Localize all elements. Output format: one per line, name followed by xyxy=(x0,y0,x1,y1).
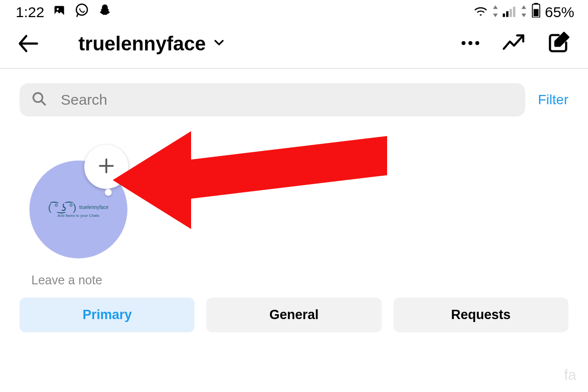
updown-icon-2 xyxy=(520,4,527,21)
gallery-icon xyxy=(53,4,66,21)
signal-icon xyxy=(503,4,516,21)
app-header: truelennyface xyxy=(0,23,588,68)
avatar-tagline: Add faces to your Chats xyxy=(57,213,99,218)
trending-icon[interactable] xyxy=(503,33,525,54)
svg-rect-5 xyxy=(510,9,512,17)
tab-general[interactable]: General xyxy=(206,298,381,332)
filter-link[interactable]: Filter xyxy=(538,92,568,108)
chevron-down-icon xyxy=(213,36,225,51)
svg-point-1 xyxy=(57,8,59,10)
compose-button[interactable] xyxy=(548,32,569,55)
svg-rect-9 xyxy=(534,9,539,17)
back-button[interactable] xyxy=(17,32,40,55)
svg-point-12 xyxy=(475,41,479,45)
more-options-button[interactable] xyxy=(461,39,480,48)
status-bar: 1:22 xyxy=(0,0,588,23)
your-note-button[interactable]: ( ͡° ͜ʖ ͡°) truelennyface Add faces to y… xyxy=(29,161,127,258)
svg-rect-3 xyxy=(503,13,505,17)
status-time: 1:22 xyxy=(16,4,44,21)
svg-rect-6 xyxy=(513,6,515,17)
svg-point-11 xyxy=(468,41,472,45)
snapchat-icon xyxy=(98,3,112,21)
svg-point-10 xyxy=(462,41,466,45)
svg-marker-14 xyxy=(113,131,387,229)
search-placeholder: Search xyxy=(61,92,514,108)
updown-icon xyxy=(492,4,499,21)
svg-rect-4 xyxy=(506,11,509,17)
add-note-bubble[interactable] xyxy=(84,145,128,189)
search-icon xyxy=(31,91,47,109)
username-label: truelennyface xyxy=(78,33,206,55)
battery-icon xyxy=(531,3,541,21)
plus-icon xyxy=(97,156,116,178)
inbox-tabs: Primary General Requests xyxy=(0,298,588,332)
avatar-name: truelennyface xyxy=(79,205,109,210)
tab-primary[interactable]: Primary xyxy=(20,298,195,332)
search-input[interactable]: Search xyxy=(20,83,525,116)
leave-note-label: Leave a note xyxy=(31,273,102,287)
tab-requests[interactable]: Requests xyxy=(393,298,568,332)
bubble-tail xyxy=(105,189,112,196)
watermark: fa xyxy=(564,367,576,383)
battery-percent: 65% xyxy=(545,4,574,21)
account-switcher[interactable]: truelennyface xyxy=(78,33,225,55)
whatsapp-icon xyxy=(74,3,89,21)
wifi-icon xyxy=(473,4,488,21)
